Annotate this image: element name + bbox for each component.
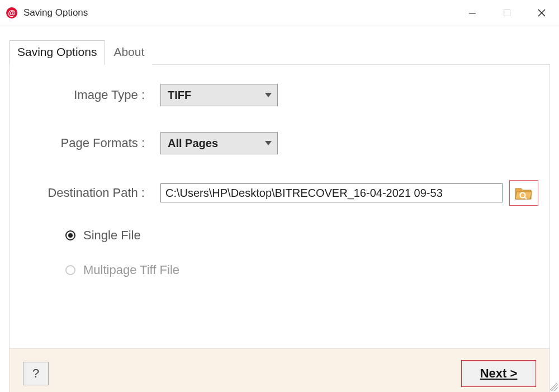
destination-path-input[interactable] [160,183,503,202]
image-type-label: Image Type : [21,88,160,102]
tab-saving-options[interactable]: Saving Options [9,40,105,65]
window-controls [455,0,559,26]
window-title: Saving Options [23,7,88,18]
browse-button[interactable] [509,180,538,206]
tab-strip: Saving Options About [9,40,550,65]
tab-panel-saving-options: Image Type : TIFF Page Formats : All Pag… [9,65,550,392]
at-sign-icon: @ [6,7,18,19]
row-image-type: Image Type : TIFF [21,84,538,106]
image-type-select[interactable]: TIFF [160,84,278,106]
radio-label: Single File [83,228,141,243]
bottom-bar: ? Next > [10,348,549,392]
radio-multipage-tiff[interactable]: Multipage Tiff File [65,263,538,277]
tab-label: About [113,45,144,58]
image-type-value: TIFF [168,89,191,102]
radio-single-file[interactable]: Single File [65,228,538,243]
page-formats-select[interactable]: All Pages [160,132,278,154]
titlebar: @ Saving Options [0,0,559,26]
next-button[interactable]: Next > [461,360,536,387]
chevron-down-icon [265,141,272,145]
page-formats-label: Page Formats : [21,136,160,150]
row-page-formats: Page Formats : All Pages [21,132,538,154]
page-formats-value: All Pages [168,137,218,150]
form-area: Image Type : TIFF Page Formats : All Pag… [10,65,549,277]
radio-icon [65,230,75,240]
maximize-button[interactable] [490,0,524,26]
svg-text:@: @ [8,8,16,17]
close-button[interactable] [524,0,559,26]
chevron-down-icon [265,93,272,97]
destination-path-label: Destination Path : [21,186,160,200]
minimize-button[interactable] [455,0,490,26]
folder-search-icon [514,185,533,201]
help-button[interactable]: ? [23,362,49,385]
tab-label: Saving Options [17,45,97,58]
radio-icon [65,265,75,275]
row-destination-path: Destination Path : [21,180,538,206]
tab-about[interactable]: About [105,40,153,65]
radio-label: Multipage Tiff File [83,263,179,277]
resize-handle[interactable] [550,383,558,391]
